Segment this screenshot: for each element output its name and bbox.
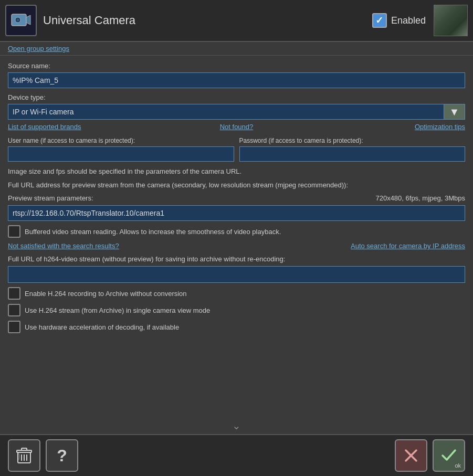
- ok-label: ok: [455, 462, 461, 469]
- device-type-dropdown-arrow[interactable]: ▼: [444, 104, 465, 120]
- auto-search-link[interactable]: Auto search for camera by IP address: [351, 242, 465, 250]
- bottom-bar: ? ok: [0, 434, 473, 476]
- h264-url-info: Full URL of h264-video stream (without p…: [8, 255, 465, 263]
- app-title: Universal Camera: [43, 14, 372, 27]
- svg-rect-6: [22, 448, 27, 450]
- hw-accel-row: Use hardware acceleration of decoding, i…: [8, 321, 465, 333]
- hw-accel-label: Use hardware acceleration of decoding, i…: [25, 323, 179, 331]
- h264-url-input[interactable]: [8, 266, 465, 283]
- chevron-down-icon: ⌄: [232, 420, 241, 431]
- use-h264-row: Use H.264 stream (from Archive) in singl…: [8, 304, 465, 316]
- ok-button[interactable]: ok: [433, 439, 465, 472]
- username-input[interactable]: [8, 146, 234, 162]
- svg-point-3: [17, 19, 19, 22]
- camera-thumbnail: [434, 5, 468, 36]
- enabled-checkbox[interactable]: [372, 13, 387, 28]
- links-row: List of supported brands Not found? Opti…: [8, 123, 465, 131]
- image-size-info: Image size and fps should be specified i…: [8, 167, 465, 176]
- preview-stream-row: Preview stream parameters: 720x480, 6fps…: [8, 194, 465, 202]
- buffered-label: Buffered video stream reading. Allows to…: [25, 228, 281, 236]
- device-type-label: Device type:: [8, 93, 465, 101]
- group-settings-link[interactable]: Open group settings: [8, 45, 69, 52]
- device-type-input[interactable]: [8, 104, 444, 120]
- scroll-indicator: ⌄: [0, 417, 473, 434]
- preview-url-input[interactable]: [8, 205, 465, 221]
- buffered-checkbox-row: Buffered video stream reading. Allows to…: [8, 225, 465, 238]
- credentials-row: User name (if access to camera is protec…: [8, 137, 465, 162]
- full-url-info: Full URL address for preview stream from…: [8, 181, 465, 190]
- optimization-tips-link[interactable]: Optimization tips: [313, 123, 465, 131]
- svg-marker-1: [26, 15, 30, 25]
- group-settings-bar: Open group settings: [0, 42, 473, 56]
- preview-stream-label: Preview stream parameters:: [8, 194, 93, 202]
- hw-accel-checkbox[interactable]: [8, 321, 20, 333]
- username-field: User name (if access to camera is protec…: [8, 137, 234, 162]
- username-label: User name (if access to camera is protec…: [8, 137, 234, 144]
- enable-h264-row: Enable H.264 recording to Archive withou…: [8, 287, 465, 300]
- device-type-row: ▼: [8, 104, 465, 120]
- preview-stream-params: 720x480, 6fps, mjpeg, 3Mbps: [375, 194, 465, 202]
- not-found-link[interactable]: Not found?: [160, 123, 312, 131]
- search-results-link[interactable]: Not satisfied with the search results?: [8, 242, 119, 250]
- enabled-toggle[interactable]: Enabled: [372, 13, 426, 28]
- app-logo: [5, 5, 37, 36]
- bottom-right-buttons: ok: [395, 439, 465, 472]
- source-name-input[interactable]: [8, 72, 465, 88]
- delete-button[interactable]: [8, 439, 40, 472]
- enabled-label: Enabled: [391, 15, 426, 26]
- search-results-row: Not satisfied with the search results? A…: [8, 242, 465, 250]
- source-name-label: Source name:: [8, 62, 465, 70]
- cancel-button[interactable]: [395, 439, 427, 472]
- use-h264-label: Use H.264 stream (from Archive) in singl…: [25, 306, 210, 314]
- password-label: Password (if access to camera is protect…: [239, 137, 466, 144]
- help-button[interactable]: ?: [46, 439, 78, 472]
- bottom-left-buttons: ?: [8, 439, 78, 472]
- main-content: Source name: Device type: ▼ List of supp…: [0, 56, 473, 433]
- enable-h264-label: Enable H.264 recording to Archive withou…: [25, 290, 187, 298]
- enable-h264-checkbox[interactable]: [8, 287, 20, 300]
- question-mark-icon: ?: [57, 446, 67, 466]
- buffered-checkbox[interactable]: [8, 225, 20, 238]
- app-header: Universal Camera Enabled: [0, 0, 473, 42]
- use-h264-checkbox[interactable]: [8, 304, 20, 316]
- supported-brands-link[interactable]: List of supported brands: [8, 123, 160, 131]
- password-field: Password (if access to camera is protect…: [239, 137, 466, 162]
- password-input[interactable]: [239, 146, 466, 162]
